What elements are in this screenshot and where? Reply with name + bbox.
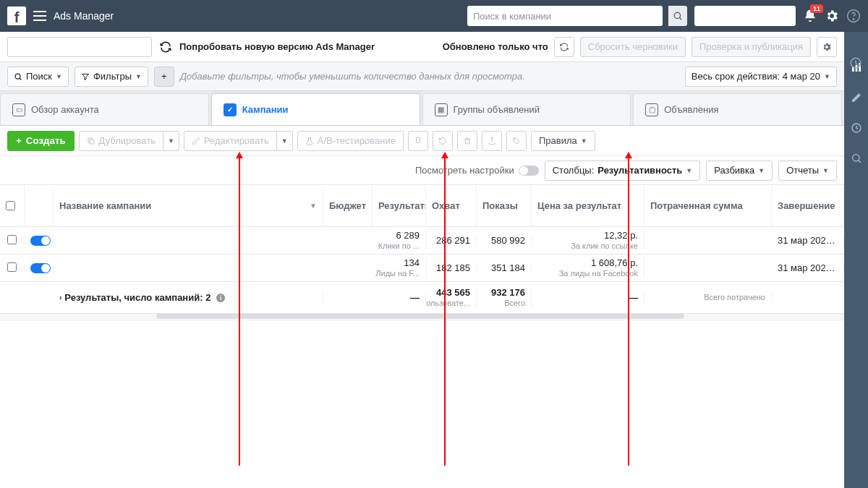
undo-action[interactable]	[433, 131, 453, 151]
copy-action[interactable]	[408, 131, 428, 151]
cell-value: 31 мар 2020 г.	[772, 262, 844, 273]
rules-dropdown[interactable]: Правила ▼	[531, 131, 595, 151]
filter-placeholder: Добавьте фильтры, чтобы уменьшить количе…	[180, 71, 525, 82]
col-end[interactable]: Завершение	[772, 185, 844, 226]
history-panel-icon[interactable]	[849, 56, 862, 69]
col-spent[interactable]: Потраченная сумма	[644, 185, 772, 226]
cell-value: 6 289	[396, 230, 420, 241]
account-picker-input[interactable]	[694, 6, 796, 26]
updated-label: Обновлено только что	[443, 41, 548, 52]
annotation-arrow	[239, 158, 240, 466]
top-bar: f Ads Manager Поиск в компании 11	[0, 0, 868, 32]
delete-action[interactable]	[457, 131, 477, 151]
col-name[interactable]: Название кампании ▼	[54, 185, 323, 226]
try-new-version-link[interactable]: Попробовать новую версию Ads Manager	[179, 41, 375, 52]
tab-label: Объявления	[664, 104, 718, 115]
right-sidebar	[844, 32, 868, 488]
search-sidebar-icon[interactable]	[850, 152, 863, 165]
columns-prefix: Столбцы:	[553, 165, 595, 176]
info-icon[interactable]: i	[216, 294, 225, 302]
clock-icon[interactable]	[850, 121, 863, 134]
svg-rect-4	[90, 140, 94, 144]
duplicate-dropdown[interactable]: ▼	[163, 131, 179, 151]
svg-point-11	[852, 155, 859, 161]
tab-label: Группы объявлений	[454, 104, 540, 115]
company-search-input[interactable]: Поиск в компании	[467, 6, 663, 26]
edit-label: Редактировать	[204, 135, 269, 146]
columns-dropdown[interactable]: Столбцы: Результативность ▼	[545, 160, 701, 181]
col-budget[interactable]: Бюджет	[323, 185, 373, 226]
cell-sub: Всего потрачено	[704, 293, 765, 302]
breakdown-dropdown[interactable]: Разбивка ▼	[706, 160, 773, 181]
tab-label: Кампании	[242, 104, 289, 115]
edit-button[interactable]: Редактировать	[184, 131, 277, 151]
table-row[interactable]: 6 289Клики по ... 286 291 580 992 12,32 …	[0, 227, 844, 254]
col-reach[interactable]: Охват	[426, 185, 477, 226]
settings-gear-icon[interactable]	[825, 9, 839, 23]
help-icon[interactable]	[846, 9, 861, 23]
row-checkbox[interactable]	[7, 262, 17, 272]
columns-value: Результативность	[597, 165, 682, 176]
duplicate-button[interactable]: Дублировать	[79, 131, 163, 151]
secondary-bar: Попробовать новую версию Ads Manager Обн…	[0, 32, 844, 62]
tag-action[interactable]	[506, 131, 527, 151]
settings-button[interactable]	[817, 37, 837, 57]
search-icon[interactable]	[668, 6, 687, 26]
col-name-label: Название кампании	[59, 200, 151, 211]
tab-account-overview[interactable]: ▭ Обзор аккаунта	[0, 93, 209, 125]
facebook-logo[interactable]: f	[7, 7, 26, 25]
reports-dropdown[interactable]: Отчеты ▼	[778, 160, 837, 181]
notifications-icon[interactable]: 11	[803, 9, 817, 23]
row-checkbox[interactable]	[7, 235, 17, 244]
filters-dropdown-button[interactable]: Фильтры ▼	[75, 67, 148, 87]
reports-label: Отчеты	[786, 165, 819, 176]
cell-value: 580 992	[477, 235, 532, 246]
col-impressions[interactable]: Показы	[477, 185, 532, 226]
tab-campaigns[interactable]: ✓ Кампании	[211, 93, 420, 125]
view-settings-switch[interactable]	[519, 166, 539, 176]
hamburger-icon[interactable]	[33, 11, 46, 21]
pencil-icon[interactable]	[850, 91, 863, 104]
table-row[interactable]: 134Лиды на F... 182 185 351 184 1 608,76…	[0, 254, 844, 282]
search-dropdown-button[interactable]: Поиск ▼	[7, 67, 69, 87]
account-selector[interactable]	[7, 37, 152, 57]
create-button[interactable]: + Создать	[7, 131, 75, 151]
refresh-icon	[159, 40, 172, 53]
row-status-toggle[interactable]	[30, 263, 51, 273]
review-publish-button[interactable]: Проверка и публикация	[692, 37, 811, 57]
col-results[interactable]: Результаты	[373, 185, 426, 226]
cell-sub: Клики по ...	[378, 241, 420, 251]
date-range-button[interactable]: Весь срок действия: 4 мар 20 ▼	[685, 67, 837, 87]
horizontal-scrollbar[interactable]	[0, 314, 844, 321]
export-action[interactable]	[482, 131, 502, 151]
cell-value: 182 185	[426, 262, 477, 273]
annotation-arrow	[628, 158, 629, 466]
cell-value: 443 565	[436, 287, 470, 299]
refresh-button[interactable]	[554, 37, 574, 57]
cell-value: 351 184	[477, 262, 532, 273]
breakdown-label: Разбивка	[714, 165, 754, 176]
row-status-toggle[interactable]	[30, 236, 51, 246]
select-all-checkbox[interactable]	[6, 201, 15, 210]
tab-adsets[interactable]: ▦ Группы объявлений	[422, 93, 631, 125]
cell-value: 12,32 р.	[604, 230, 638, 241]
add-filter-button[interactable]: +	[154, 67, 174, 87]
chevron-right-icon[interactable]: ›	[59, 294, 61, 301]
cell-value: 286 291	[426, 235, 477, 246]
reset-drafts-button[interactable]: Сбросить черновики	[580, 37, 686, 57]
edit-dropdown[interactable]: ▼	[277, 131, 293, 151]
table-settings-row: Посмотреть настройки Столбцы: Результати…	[0, 156, 844, 185]
tab-ads[interactable]: ▢ Объявления	[633, 93, 842, 125]
cell-value: 31 мар 2020 г.	[772, 235, 844, 246]
table-total-row: › Результаты, число кампаний: 2 i — 443 …	[0, 282, 844, 314]
plus-icon: +	[16, 135, 22, 146]
search-label: Поиск	[26, 71, 52, 82]
chevron-down-icon: ▼	[686, 167, 692, 174]
rules-label: Правила	[539, 135, 577, 146]
abtest-button[interactable]: A/B-тестирование	[297, 131, 404, 151]
chevron-down-icon: ▼	[56, 73, 62, 80]
cell-sub: Лиды на F...	[375, 269, 420, 278]
grid-icon: ▦	[435, 103, 448, 116]
create-label: Создать	[26, 135, 66, 146]
duplicate-label: Дублировать	[99, 135, 156, 146]
